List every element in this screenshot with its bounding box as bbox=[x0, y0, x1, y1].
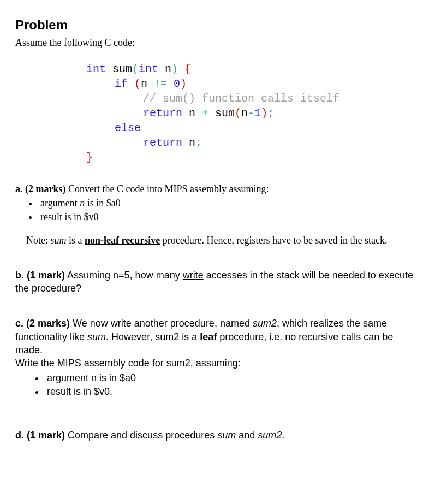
operator-minus: - bbox=[248, 107, 254, 120]
paren-close: ) bbox=[261, 107, 267, 120]
var-n-italic: n bbox=[80, 198, 85, 209]
code-line-3-comment: // sum() function calls itself bbox=[86, 91, 414, 106]
part-d-pre: Compare and discuss procedures bbox=[65, 430, 217, 441]
func-name: sum bbox=[106, 63, 132, 75]
part-b-label: b. bbox=[15, 270, 24, 281]
semicolon: ; bbox=[267, 107, 274, 120]
var-n: n bbox=[141, 78, 154, 90]
part-c-sum: sum bbox=[87, 331, 106, 342]
code-line-5: else bbox=[86, 121, 414, 135]
code-line-1: int sum(int n) { bbox=[86, 62, 414, 76]
part-d-and: and bbox=[236, 430, 258, 441]
part-b-write: write bbox=[183, 270, 204, 281]
operator-neq: != bbox=[154, 78, 174, 90]
note-nonleaf: non-leaf recursive bbox=[85, 235, 160, 246]
part-b-marks: (1 mark) bbox=[27, 270, 65, 281]
brace-open: { bbox=[178, 63, 191, 75]
code-block: int sum(int n) { if (n != 0) // sum() fu… bbox=[86, 62, 414, 165]
expr-n: n bbox=[182, 107, 202, 120]
part-d-label: d. bbox=[15, 430, 24, 441]
bullet-post: is in $a0 bbox=[85, 198, 121, 209]
paren-open: ( bbox=[132, 63, 139, 75]
keyword-int: int bbox=[86, 63, 106, 75]
keyword-return: return bbox=[143, 107, 182, 120]
part-c-bullets: argument n is in $a0 result is in $v0. bbox=[15, 371, 414, 399]
note-sum: sum bbox=[51, 235, 67, 246]
part-d-end: . bbox=[282, 430, 284, 441]
part-d: d. (1 mark) Compare and discuss procedur… bbox=[15, 429, 414, 442]
part-c-line1: c. (2 marks) We now write another proced… bbox=[15, 317, 414, 357]
part-a-text: Convert the C code into MIPS assembly as… bbox=[66, 183, 269, 194]
keyword-return: return bbox=[143, 137, 182, 149]
arg-n: n bbox=[241, 107, 248, 120]
keyword-else: else bbox=[115, 122, 141, 134]
problem-heading: Problem bbox=[15, 16, 414, 34]
code-line-7: } bbox=[86, 150, 414, 165]
func-sum: sum bbox=[208, 107, 235, 120]
paren-open: ( bbox=[134, 78, 141, 90]
part-c-leaf: leaf bbox=[200, 331, 217, 342]
paren-close: ) bbox=[180, 78, 187, 90]
paren-close: ) bbox=[171, 63, 178, 75]
part-d-marks: (1 mark) bbox=[27, 430, 65, 441]
part-b: b. (1 mark) Assuming n=5, how many write… bbox=[15, 269, 414, 295]
note-post: procedure. Hence, registers have to be s… bbox=[160, 235, 387, 246]
part-a-bullets: argument n is in $a0 result is in $v0 bbox=[15, 197, 414, 224]
part-a-bullet-1: argument n is in $a0 bbox=[38, 197, 414, 210]
part-a-bullet-2: result is in $v0 bbox=[38, 210, 414, 223]
part-a-marks: (2 marks) bbox=[25, 183, 66, 194]
code-line-4: return n + sum(n-1); bbox=[86, 106, 414, 121]
part-c-marks: (2 marks) bbox=[26, 318, 70, 329]
part-a-question: a. (2 marks) Convert the C code into MIP… bbox=[15, 182, 414, 195]
literal-one: 1 bbox=[254, 107, 261, 120]
note-pre: Note: bbox=[26, 235, 51, 246]
literal-zero: 0 bbox=[174, 78, 180, 90]
paren-open: ( bbox=[235, 107, 241, 120]
part-c: c. (2 marks) We now write another proced… bbox=[15, 317, 414, 398]
part-c-bullet-2: result is in $v0. bbox=[45, 385, 414, 398]
keyword-int: int bbox=[139, 63, 158, 75]
part-a-note: Note: sum is a non-leaf recursive proced… bbox=[26, 234, 414, 247]
part-c-label: c. bbox=[15, 318, 23, 329]
note-mid: is a bbox=[67, 235, 85, 246]
keyword-if: if bbox=[115, 78, 134, 90]
part-a-label: a. bbox=[15, 183, 23, 194]
part-c-pre: We now write another procedure, named bbox=[70, 318, 253, 329]
code-line-2: if (n != 0) bbox=[86, 76, 414, 91]
part-a: a. (2 marks) Convert the C code into MIP… bbox=[15, 182, 414, 247]
semicolon: ; bbox=[195, 137, 202, 149]
param-n: n bbox=[158, 63, 171, 75]
part-c-mid2: . However, sum2 is a bbox=[106, 331, 200, 342]
part-b-text-pre: Assuming n=5, how many bbox=[65, 270, 183, 281]
var-n: n bbox=[182, 137, 195, 149]
operator-plus: + bbox=[202, 107, 208, 120]
part-c-sum2: sum2 bbox=[253, 318, 277, 329]
code-line-6: return n; bbox=[86, 135, 414, 150]
part-c-bullet-1: argument n is in $a0 bbox=[45, 371, 414, 384]
bullet-pre: argument bbox=[40, 198, 80, 209]
part-c-line2: Write the MIPS assembly code for sum2, a… bbox=[15, 357, 414, 370]
brace-close: } bbox=[86, 151, 93, 164]
part-d-sum: sum bbox=[217, 430, 236, 441]
part-d-sum2: sum2 bbox=[258, 430, 282, 441]
intro-text: Assume the following C code: bbox=[15, 36, 414, 49]
